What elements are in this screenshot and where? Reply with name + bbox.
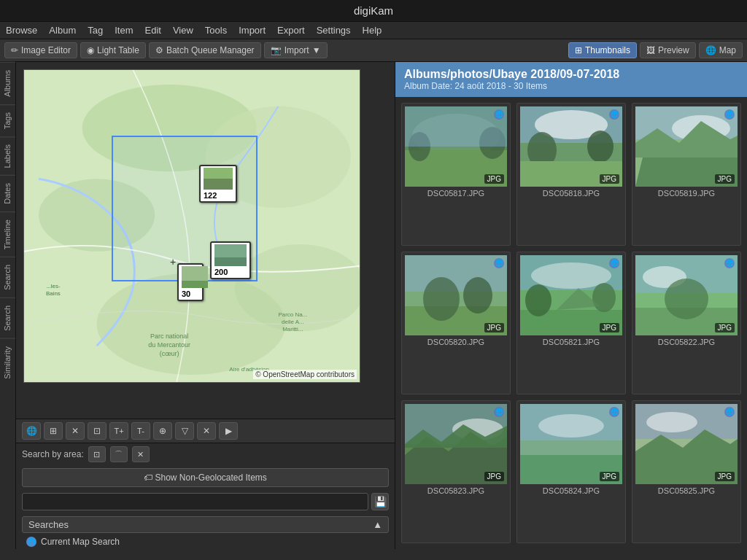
menu-export[interactable]: Export	[277, 25, 305, 36]
thumbnail-image: 🌐 JPG	[405, 106, 507, 187]
map-button[interactable]: 🌐 Map	[699, 42, 743, 58]
batch-queue-button[interactable]: ⚙ Batch Queue Manager	[149, 42, 261, 58]
map-cursor: +	[170, 256, 176, 268]
center-button[interactable]: ⊕	[153, 422, 172, 440]
image-editor-button[interactable]: ✏ Image Editor	[4, 42, 77, 58]
sidebar-item-similarity[interactable]: Similarity	[0, 338, 15, 386]
menu-tag[interactable]: Tag	[88, 25, 103, 36]
thumbnail-item[interactable]: 🌐 JPG DSC05823.JPG	[401, 400, 511, 543]
geo-icon: 🌐	[494, 258, 504, 268]
geo-icon: 🌐	[724, 258, 735, 268]
text-minus-button[interactable]: T-	[131, 422, 150, 440]
queue-icon: ⚙	[155, 45, 163, 55]
map-panel: Parc national du Mercantour (cœur) Parco…	[16, 62, 395, 549]
format-badge: JPG	[600, 174, 619, 184]
import-icon: 📷	[271, 45, 282, 55]
search-input[interactable]	[22, 493, 368, 510]
thumbnail-item[interactable]: 🌐 JPG DSC05820.JPG	[401, 252, 511, 394]
format-badge: JPG	[484, 323, 504, 332]
svg-point-49	[592, 283, 616, 312]
sidebar-item-dates[interactable]: Dates	[0, 175, 15, 211]
sidebar-item-labels[interactable]: Labels	[0, 136, 15, 175]
thumbnails-button[interactable]: ⊞ Thumbnails	[568, 42, 637, 58]
album-subtitle: Album Date: 24 août 2018 - 30 Items	[404, 81, 738, 91]
map-toolbar: 🌐 ⊞ ✕ ⊡ T+ T- ⊕ ▽ ✕ ▶	[16, 419, 395, 443]
geo-icon: 🌐	[609, 407, 619, 417]
svg-point-48	[525, 284, 551, 316]
album-title: Albums/photos/Ubaye 2018/09-07-2018	[404, 68, 738, 81]
menu-help[interactable]: Help	[363, 25, 382, 36]
searches-header[interactable]: Searches ▲	[22, 516, 389, 533]
sidebar-item-search2[interactable]: Search	[0, 298, 15, 338]
menu-import[interactable]: Import	[239, 25, 266, 36]
svg-text:Parc national: Parc national	[150, 332, 188, 340]
play-button[interactable]: ▶	[219, 422, 238, 440]
map-cluster-122[interactable]: 122	[199, 165, 237, 203]
thumbnail-item[interactable]: 🌐 JPG DSC05825.JPG	[632, 400, 741, 543]
svg-point-42	[423, 277, 460, 321]
svg-point-67	[646, 412, 697, 432]
svg-text:du Mercantour: du Mercantour	[148, 341, 190, 349]
clear-button[interactable]: ✕	[197, 422, 216, 440]
map-container[interactable]: Parc national du Mercantour (cœur) Parco…	[23, 69, 387, 411]
globe-tool-button[interactable]: 🌐	[22, 422, 41, 440]
format-badge: JPG	[715, 472, 735, 481]
search-area-poly-button[interactable]: ⌒	[110, 446, 128, 462]
menu-album[interactable]: Album	[49, 25, 76, 36]
thumbnail-item[interactable]: 🌐 JPG DSC05821.JPG	[516, 252, 626, 394]
filter-button[interactable]: ▽	[175, 422, 194, 440]
thumbnails-icon: ⊞	[575, 45, 582, 55]
light-table-button[interactable]: ◉ Light Table	[80, 42, 146, 58]
preview-button[interactable]: 🖼 Preview	[640, 42, 696, 58]
show-non-geolocated-button[interactable]: 🏷 Show Non-Geolocated Items	[22, 468, 389, 487]
search-item-current-map[interactable]: 🌐 Current Map Search	[22, 534, 389, 549]
menu-browse[interactable]: Browse	[6, 25, 37, 36]
menu-tools[interactable]: Tools	[205, 25, 227, 36]
search-area-rect-button[interactable]: ⊡	[88, 446, 106, 462]
search-area-bar: Search by area: ⊡ ⌒ ✕	[16, 443, 395, 465]
import-button[interactable]: 📷 Import ▼	[264, 42, 328, 58]
thumbnail-item[interactable]: 🌐 JPG DSC05824.JPG	[516, 400, 626, 543]
menu-settings[interactable]: Settings	[317, 25, 351, 36]
sidebar-item-tags[interactable]: Tags	[0, 104, 15, 136]
geo-icon: 🌐	[724, 109, 735, 120]
collapse-icon: ▲	[373, 519, 382, 530]
save-search-button[interactable]: 💾	[371, 493, 389, 510]
thumbnail-item[interactable]: 🌐 JPG DSC05818.JPG	[516, 103, 626, 246]
thumbnail-label: DSC05822.JPG	[635, 338, 738, 346]
format-badge: JPG	[600, 323, 619, 332]
menu-edit[interactable]: Edit	[144, 25, 160, 36]
thumbnail-label: DSC05823.JPG	[405, 486, 507, 495]
sidebar-item-search[interactable]: Search	[0, 257, 15, 298]
format-badge: JPG	[600, 472, 619, 481]
thumbnail-item[interactable]: 🌐 JPG DSC05817.JPG	[401, 103, 511, 246]
frame-tool-button[interactable]: ⊡	[88, 422, 107, 440]
thumbnail-label: DSC05820.JPG	[405, 338, 507, 346]
sidebar-item-albums[interactable]: Albums	[0, 62, 15, 104]
thumbnail-item[interactable]: 🌐 JPG DSC05822.JPG	[632, 252, 741, 394]
thumbnail-label: DSC05818.JPG	[520, 189, 622, 198]
format-badge: JPG	[715, 174, 735, 184]
svg-rect-27	[405, 106, 507, 147]
text-plus-button[interactable]: T+	[109, 422, 128, 440]
sidebar-item-timeline[interactable]: Timeline	[0, 211, 15, 257]
svg-point-32	[587, 131, 614, 163]
pencil-icon: ✏	[11, 45, 18, 55]
map-cluster-30[interactable]: 30	[177, 263, 204, 301]
thumbnail-image: 🌐 JPG	[520, 255, 622, 335]
menu-item[interactable]: Item	[115, 25, 133, 36]
preview-icon: 🖼	[646, 45, 655, 55]
map-display[interactable]: Parc national du Mercantour (cœur) Parco…	[23, 69, 360, 383]
svg-text:delle A...: delle A...	[282, 319, 304, 325]
left-sidebar: Albums Tags Labels Dates Timeline Search…	[0, 62, 16, 549]
search-area-clear-button[interactable]: ✕	[132, 446, 150, 462]
format-badge: JPG	[484, 472, 504, 481]
scissors-tool-button[interactable]: ✕	[66, 422, 85, 440]
menu-view[interactable]: View	[173, 25, 193, 36]
map-cluster-200[interactable]: 200	[210, 241, 251, 279]
thumbnail-image: 🌐 JPG	[405, 404, 507, 484]
search-globe-icon: 🌐	[26, 537, 36, 547]
album-header: Albums/photos/Ubaye 2018/09-07-2018 Albu…	[395, 62, 747, 97]
grid-tool-button[interactable]: ⊞	[44, 422, 63, 440]
thumbnail-item[interactable]: 🌐 JPG DSC05819.JPG	[632, 103, 741, 246]
